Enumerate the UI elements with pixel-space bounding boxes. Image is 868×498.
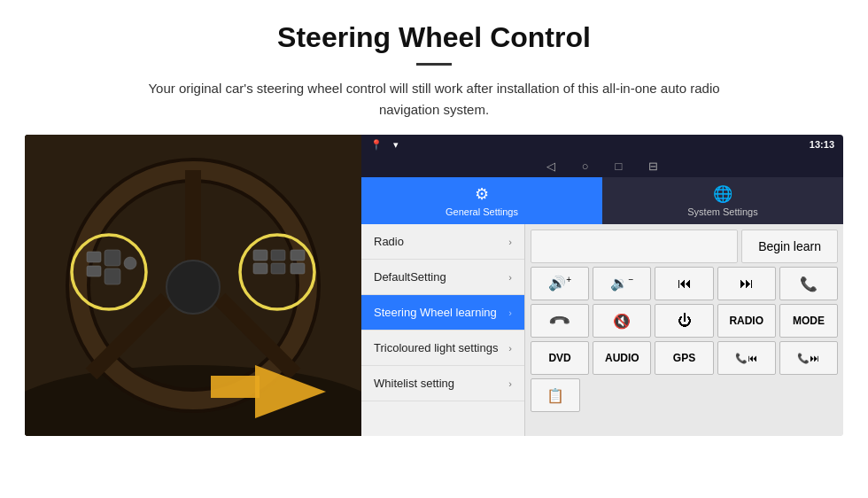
volume-down-icon: 🔉− — [610, 275, 633, 292]
page-subtitle: Your original car's steering wheel contr… — [124, 78, 744, 121]
svg-rect-14 — [124, 257, 136, 269]
list-button[interactable]: 📋 — [531, 378, 580, 412]
power-button[interactable]: ⏻ — [655, 304, 713, 338]
content-area: 📍 ▾ 13:13 ◁ ○ □ ⊟ ⚙ General Settings 🌐 S… — [0, 135, 868, 454]
phone-next-button[interactable]: 📞⏭ — [779, 341, 838, 375]
hang-up-button[interactable]: 📞 — [531, 304, 589, 338]
wifi-icon: ▾ — [393, 139, 399, 151]
control-row-3: DVD AUDIO GPS 📞⏮ 📞⏭ — [531, 341, 838, 375]
svg-rect-16 — [253, 263, 267, 274]
chevron-right-icon: › — [508, 378, 512, 389]
menu-item-default[interactable]: DefaultSetting › — [361, 260, 524, 295]
menu-whitelist-label: Whitelist setting — [374, 377, 508, 390]
menu-item-steering[interactable]: Steering Wheel learning › — [361, 295, 524, 331]
phone-next-icon: 📞⏭ — [797, 353, 819, 364]
phone-answer-button[interactable]: 📞 — [779, 267, 838, 300]
gear-icon: ⚙ — [475, 184, 489, 204]
mute-button[interactable]: 🔇 — [593, 304, 651, 338]
svg-rect-19 — [291, 250, 305, 261]
menu-default-label: DefaultSetting — [374, 270, 508, 284]
android-ui: 📍 ▾ 13:13 ◁ ○ □ ⊟ ⚙ General Settings 🌐 S… — [361, 135, 843, 436]
mode-button[interactable]: MODE — [779, 304, 838, 338]
control-row-4: 📋 — [531, 378, 838, 412]
mode-label: MODE — [793, 315, 825, 327]
prev-track-button[interactable]: ⏮ — [655, 267, 713, 300]
svg-rect-22 — [211, 376, 260, 398]
title-divider — [416, 63, 452, 66]
begin-learn-row: Begin learn — [531, 230, 838, 263]
menu-panel: Radio › DefaultSetting › Steering Wheel … — [361, 224, 525, 436]
next-track-button[interactable]: ⏭ — [717, 267, 776, 300]
power-icon: ⏻ — [678, 313, 692, 329]
gps-label: GPS — [673, 352, 695, 364]
control-row-2: 📞 🔇 ⏻ RADIO MODE — [531, 304, 838, 338]
next-track-icon: ⏭ — [740, 276, 754, 292]
prev-track-icon: ⏮ — [678, 276, 692, 292]
control-row-1: 🔊+ 🔉− ⏮ ⏭ 📞 — [531, 267, 838, 300]
volume-up-button[interactable]: 🔊+ — [531, 267, 589, 300]
svg-rect-12 — [105, 250, 120, 266]
control-panel: Begin learn 🔊+ 🔉− ⏮ ⏭ — [525, 224, 843, 436]
hang-up-icon: 📞 — [547, 308, 572, 333]
menu-tricoloured-label: Tricoloured light settings — [374, 341, 508, 354]
page-header: Steering Wheel Control Your original car… — [0, 0, 868, 135]
menu-item-radio[interactable]: Radio › — [361, 224, 524, 260]
phone-answer-icon: 📞 — [800, 276, 818, 292]
svg-rect-13 — [105, 268, 120, 284]
main-content: Radio › DefaultSetting › Steering Wheel … — [361, 224, 843, 436]
begin-learn-button[interactable]: Begin learn — [741, 230, 838, 263]
status-bar-right: 13:13 — [810, 139, 834, 150]
back-nav-icon[interactable]: ◁ — [546, 160, 555, 173]
phone-prev-button[interactable]: 📞⏮ — [717, 341, 776, 375]
chevron-right-icon: › — [508, 272, 512, 283]
menu-steering-label: Steering Wheel learning — [374, 306, 508, 319]
list-icon: 📋 — [546, 387, 564, 404]
tab-general-label: General Settings — [446, 206, 518, 217]
chevron-right-icon: › — [508, 307, 512, 318]
svg-rect-17 — [271, 250, 285, 261]
volume-up-icon: 🔊+ — [548, 275, 571, 292]
dvd-button[interactable]: DVD — [531, 341, 589, 375]
settings-tabs: ⚙ General Settings 🌐 System Settings — [361, 177, 843, 224]
android-status-bar: 📍 ▾ 13:13 — [361, 135, 843, 154]
nav-bar: ◁ ○ □ ⊟ — [361, 154, 843, 177]
gps-button[interactable]: GPS — [655, 341, 713, 375]
svg-point-7 — [167, 261, 220, 314]
car-image-container — [25, 135, 361, 436]
radio-label: RADIO — [729, 315, 763, 327]
car-image — [25, 135, 361, 436]
svg-rect-11 — [87, 266, 101, 276]
recent-nav-icon[interactable]: □ — [616, 160, 623, 173]
volume-down-button[interactable]: 🔉− — [593, 267, 651, 300]
svg-rect-15 — [253, 250, 267, 261]
chevron-right-icon: › — [508, 343, 512, 354]
audio-label: AUDIO — [605, 352, 639, 364]
dvd-label: DVD — [548, 352, 570, 364]
status-time: 13:13 — [810, 139, 834, 150]
tab-system-label: System Settings — [687, 206, 757, 217]
menu-item-tricoloured[interactable]: Tricoloured light settings › — [361, 331, 524, 366]
svg-rect-18 — [271, 263, 285, 274]
phone-prev-icon: 📞⏮ — [735, 353, 757, 364]
status-bar-left: 📍 ▾ — [370, 139, 399, 151]
tab-general-settings[interactable]: ⚙ General Settings — [361, 177, 602, 224]
location-icon: 📍 — [370, 139, 383, 151]
globe-icon: 🌐 — [713, 184, 732, 204]
menu-nav-icon[interactable]: ⊟ — [648, 160, 658, 173]
radio-mode-button[interactable]: RADIO — [717, 304, 776, 338]
menu-radio-label: Radio — [374, 235, 508, 248]
page-title: Steering Wheel Control — [53, 21, 815, 54]
svg-rect-10 — [87, 252, 101, 262]
mute-icon: 🔇 — [613, 313, 631, 330]
audio-button[interactable]: AUDIO — [593, 341, 651, 375]
chevron-right-icon: › — [508, 237, 512, 247]
svg-rect-20 — [291, 263, 305, 274]
menu-item-whitelist[interactable]: Whitelist setting › — [361, 366, 524, 401]
home-nav-icon[interactable]: ○ — [582, 160, 589, 173]
empty-cell — [531, 230, 738, 263]
tab-system-settings[interactable]: 🌐 System Settings — [602, 177, 843, 224]
